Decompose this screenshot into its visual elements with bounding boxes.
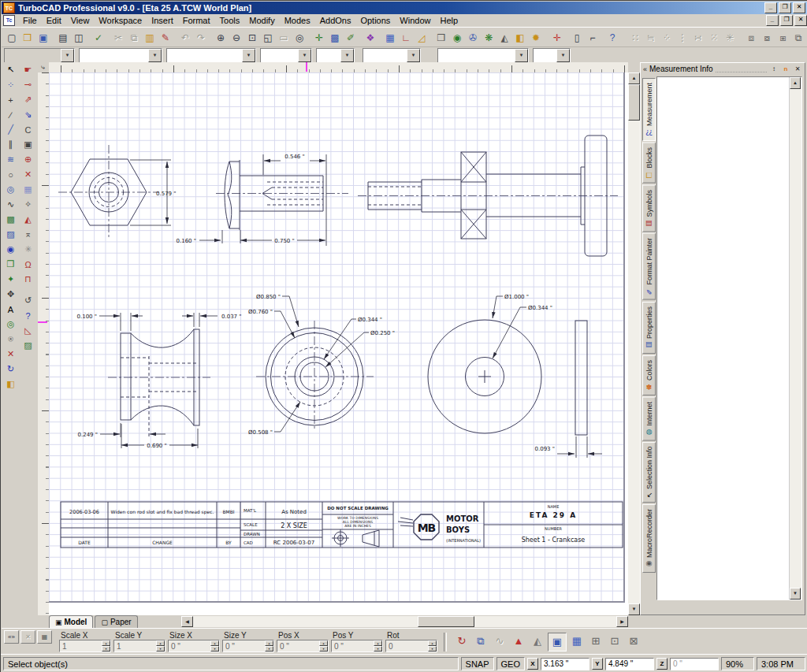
solid-prism-tool[interactable]: ✦ [2,272,19,287]
new-icon[interactable]: ▢ [4,30,20,46]
aerial-view-icon[interactable]: ◎ [292,30,307,46]
brush-combo[interactable]: ▼ [363,48,421,63]
menu-item[interactable]: Modify [244,15,279,26]
frame-expand-icon[interactable]: ⊞ [587,633,604,650]
tab-blocks[interactable]: ❐ Blocks [642,143,656,184]
pan-small-tool[interactable]: ↺ [20,293,36,308]
rotate-handles-icon[interactable]: ↻ [453,633,470,650]
dim-shank-length[interactable]: 0.750 " [274,238,294,244]
projection-tool[interactable]: ⌅ [20,227,36,242]
line-tool[interactable]: ∕ [2,107,19,122]
view-rings[interactable] [256,296,374,432]
dropdown-arrow-icon[interactable]: ▼ [515,49,528,62]
cut-icon[interactable]: ✂ [110,30,126,46]
app-icon[interactable]: TC [3,2,15,13]
spinner[interactable]: ▴ ▾ [265,640,273,652]
menu-item[interactable]: AddOns [315,15,356,26]
spin-up-icon[interactable]: ▴ [156,640,165,646]
collapse-panel-icon[interactable]: « [643,65,647,73]
horizontal-scroll-thumb[interactable] [418,616,474,627]
scroll-right-icon[interactable]: ▶ [616,616,628,627]
dim-spool-length[interactable]: 0.690 " [147,443,166,449]
dropdown-arrow-icon[interactable]: ▼ [61,49,74,62]
dim-dia-1000[interactable]: Ø1.000 " [504,294,529,300]
dim-bore-depth[interactable]: 0.249 " [78,432,98,438]
scroll-up-icon[interactable]: ▲ [628,72,640,84]
view-washer[interactable] [428,296,541,433]
no-snap-tool[interactable]: ✕ [20,167,36,182]
close-button[interactable]: ✕ [793,2,805,13]
minimize-button[interactable]: _ [764,2,777,13]
spinner[interactable]: ▴ ▾ [374,640,382,652]
camera-orbit-icon[interactable]: ◉ [449,30,465,46]
angle-reference-icon[interactable]: ⌐ [585,30,601,46]
spinner[interactable]: ▴ ▾ [319,640,328,652]
solid-box-tool[interactable]: ❒ [2,257,19,272]
menu-item[interactable]: Format [178,15,215,26]
pen-width-combo[interactable]: ▼ [316,48,355,63]
dim-dia-344-washer[interactable]: Ø0.344 " [528,305,552,311]
insert-picture-tool[interactable]: ▩ [2,212,19,227]
menu-item[interactable]: Workspace [94,15,147,26]
insert-point-icon[interactable]: ✛ [549,30,565,46]
circle-tool[interactable]: ○ [2,167,19,182]
render-icon[interactable]: ◭ [496,30,512,46]
restore-button[interactable]: ❐ [780,15,793,26]
render-mode-icon[interactable]: ◭ [529,633,546,650]
multiline-tool[interactable]: ≋ [2,152,19,167]
spin-down-icon[interactable]: ▾ [265,646,273,652]
spin-up-icon[interactable]: ▴ [428,640,437,646]
select-2d-icon[interactable]: ▣ [548,633,567,652]
cone-tool[interactable]: ◭ [20,212,36,227]
restore-button[interactable]: ❐ [779,2,791,13]
zoom-extents-icon[interactable]: ◱ [260,30,276,46]
view-hex-head[interactable] [58,145,171,239]
drawing-page[interactable]: 0.579 " [49,72,625,603]
zoom-in-icon[interactable]: ⊕ [213,30,229,46]
collapse-palette-button[interactable]: «» [4,630,19,644]
explode-icon[interactable]: ✳ [722,30,738,46]
drawing-canvas[interactable]: 0.579 " [49,72,628,615]
open-icon[interactable]: ❒ [20,30,35,46]
pan-icon[interactable]: ✛ [311,30,327,46]
dim-dia-250[interactable]: Ø0.250 " [370,330,395,336]
calculator-button[interactable]: ▦ [37,630,52,644]
image-small-tool[interactable]: ▨ [20,338,36,353]
concentric-tool[interactable]: ◎ [2,182,19,197]
close-button[interactable]: ✕ [794,15,807,26]
fan-view-icon[interactable]: ❋ [481,30,496,46]
duplicate-icon[interactable]: ⧉ [472,633,489,650]
align-bottom-icon[interactable]: ⁙ [706,30,722,46]
tab-selection-info[interactable]: ↖ Selection Info [642,442,656,503]
spin-up-icon[interactable]: ▴ [102,640,110,646]
fill-tool[interactable]: ◧ [2,377,19,392]
send-back-icon[interactable]: ⧇ [759,30,775,46]
geo-toggle[interactable]: GEO [496,657,525,670]
snap-toggle[interactable]: SNAP [461,657,494,670]
tab-macrorecorder[interactable]: ◉ MacroRecorder [642,504,656,573]
tab-paper[interactable]: ▢ Paper [95,615,137,628]
dim-dia-344[interactable]: Ø0.344 " [358,317,382,323]
scroll-up-icon[interactable]: ▲ [790,77,801,89]
z-coordinate-field[interactable]: 0 " [670,658,719,670]
menu-item[interactable]: Options [355,15,395,26]
spin-down-icon[interactable]: ▾ [156,646,165,652]
draw-pen-icon[interactable]: ✐ [343,30,359,46]
materials-icon[interactable]: ◧ [512,30,528,46]
grid-icon[interactable]: ▦ [382,30,398,46]
insert-object-tool[interactable]: ▨ [2,227,19,242]
ortho-icon[interactable]: ∟ [398,30,414,46]
menu-item[interactable]: View [66,15,95,26]
property-combo[interactable]: ▼ [4,48,75,63]
spin-down-icon[interactable]: ▾ [102,646,110,652]
dim-dia-508[interactable]: Ø0.508 " [248,429,273,436]
menu-item[interactable]: Help [435,15,463,26]
menu-item[interactable]: Modes [280,15,315,26]
panel-grip[interactable] [716,66,767,72]
undo-icon[interactable]: ↶ [177,30,193,46]
pi-snap-tool[interactable]: ⊓ [20,272,36,287]
tab-model[interactable]: ▣ Model [49,615,93,628]
setsquare-tool[interactable]: ◺ [20,323,36,338]
snap-center-tool[interactable]: ⊕ [20,152,36,167]
dim-dia-760[interactable]: Ø0.760 " [248,309,273,315]
